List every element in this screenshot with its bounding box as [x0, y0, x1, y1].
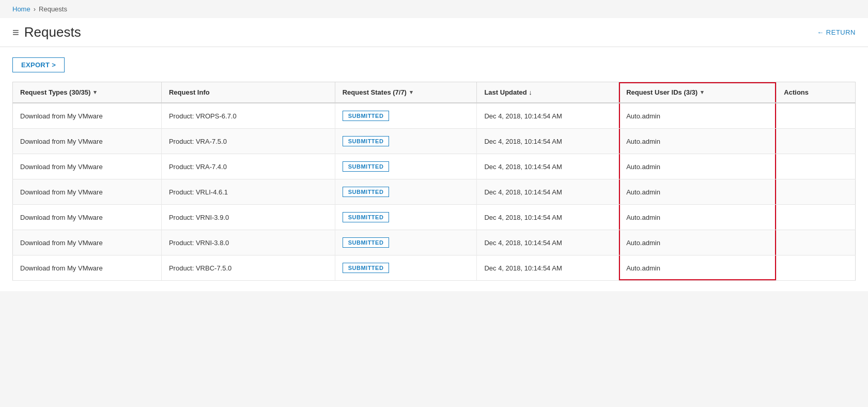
cell-request-state: SUBMITTED [335, 205, 477, 230]
cell-user-id: Auto.admin [619, 205, 777, 230]
col-header-user-ids: Request User IDs (3/3) ▾ [619, 82, 777, 103]
cell-request-state: SUBMITTED [335, 103, 477, 129]
request-types-filter-icon[interactable]: ▾ [94, 89, 97, 96]
cell-request-state: SUBMITTED [335, 255, 477, 281]
cell-request-type: Download from My VMware [13, 205, 162, 230]
table-row: Download from My VMware Product: VROPS-6… [13, 103, 856, 129]
cell-last-updated: Dec 4, 2018, 10:14:54 AM [477, 205, 619, 230]
col-header-request-types: Request Types (30/35) ▾ [13, 82, 162, 103]
cell-request-info: Product: VROPS-6.7.0 [161, 103, 335, 129]
cell-request-state: SUBMITTED [335, 154, 477, 179]
col-header-request-types-label: Request Types (30/35) [20, 88, 90, 96]
breadcrumb-separator: › [34, 5, 36, 13]
col-header-actions: Actions [777, 82, 856, 103]
breadcrumb-home[interactable]: Home [12, 5, 30, 13]
cell-actions [777, 129, 856, 154]
cell-request-info: Product: VRBC-7.5.0 [161, 255, 335, 281]
cell-request-state: SUBMITTED [335, 179, 477, 205]
col-header-request-states-label: Request States (7/7) [343, 88, 407, 96]
cell-request-state: SUBMITTED [335, 230, 477, 255]
status-badge: SUBMITTED [343, 212, 390, 222]
cell-request-type: Download from My VMware [13, 255, 162, 281]
cell-last-updated: Dec 4, 2018, 10:14:54 AM [477, 103, 619, 129]
col-header-last-updated: Last Updated ↓ [477, 82, 619, 103]
status-badge: SUBMITTED [343, 136, 390, 146]
cell-actions [777, 205, 856, 230]
status-badge: SUBMITTED [343, 111, 390, 121]
toolbar: EXPORT > [12, 57, 856, 72]
breadcrumb-current: Requests [39, 5, 67, 13]
cell-user-id: Auto.admin [619, 230, 777, 255]
cell-request-type: Download from My VMware [13, 230, 162, 255]
table-row: Download from My VMware Product: VRLI-4.… [13, 179, 856, 205]
cell-request-type: Download from My VMware [13, 129, 162, 154]
cell-user-id: Auto.admin [619, 154, 777, 179]
cell-request-type: Download from My VMware [13, 179, 162, 205]
cell-request-state: SUBMITTED [335, 129, 477, 154]
col-header-user-ids-label: Request User IDs (3/3) [626, 88, 698, 96]
export-button[interactable]: EXPORT > [12, 57, 65, 72]
header-actions: ← RETURN [817, 28, 856, 36]
breadcrumb: Home › Requests [0, 0, 868, 18]
cell-last-updated: Dec 4, 2018, 10:14:54 AM [477, 154, 619, 179]
table-row: Download from My VMware Product: VRA-7.4… [13, 154, 856, 179]
table-row: Download from My VMware Product: VRNI-3.… [13, 205, 856, 230]
cell-request-info: Product: VRA-7.5.0 [161, 129, 335, 154]
cell-actions [777, 154, 856, 179]
col-header-last-updated-label: Last Updated ↓ [484, 88, 532, 96]
cell-actions [777, 230, 856, 255]
table-row: Download from My VMware Product: VRNI-3.… [13, 230, 856, 255]
cell-actions [777, 255, 856, 281]
cell-user-id: Auto.admin [619, 179, 777, 205]
cell-request-type: Download from My VMware [13, 103, 162, 129]
cell-last-updated: Dec 4, 2018, 10:14:54 AM [477, 230, 619, 255]
cell-actions [777, 179, 856, 205]
page-title-area: ≡ Requests [12, 24, 81, 40]
cell-request-info: Product: VRA-7.4.0 [161, 154, 335, 179]
cell-user-id: Auto.admin [619, 129, 777, 154]
cell-request-info: Product: VRNI-3.9.0 [161, 205, 335, 230]
cell-request-type: Download from My VMware [13, 154, 162, 179]
status-badge: SUBMITTED [343, 161, 390, 172]
return-link[interactable]: ← RETURN [817, 28, 856, 36]
table-row: Download from My VMware Product: VRBC-7.… [13, 255, 856, 281]
request-states-filter-icon[interactable]: ▾ [410, 89, 413, 96]
page-title-icon: ≡ [12, 26, 19, 39]
page-title: Requests [24, 24, 81, 40]
col-header-request-states: Request States (7/7) ▾ [335, 82, 477, 103]
col-header-actions-label: Actions [784, 88, 809, 96]
cell-last-updated: Dec 4, 2018, 10:14:54 AM [477, 179, 619, 205]
cell-actions [777, 103, 856, 129]
content-area: EXPORT > Request Types (30/35) ▾ Request… [0, 47, 868, 291]
cell-request-info: Product: VRLI-4.6.1 [161, 179, 335, 205]
cell-request-info: Product: VRNI-3.8.0 [161, 230, 335, 255]
cell-user-id: Auto.admin [619, 255, 777, 281]
col-header-request-info-label: Request Info [169, 88, 210, 96]
requests-table: Request Types (30/35) ▾ Request Info Req… [12, 82, 856, 281]
header-bar: ≡ Requests ← RETURN [0, 18, 868, 47]
status-badge: SUBMITTED [343, 263, 390, 273]
user-ids-filter-icon[interactable]: ▾ [701, 89, 704, 96]
table-row: Download from My VMware Product: VRA-7.5… [13, 129, 856, 154]
cell-user-id: Auto.admin [619, 103, 777, 129]
col-header-request-info: Request Info [161, 82, 335, 103]
status-badge: SUBMITTED [343, 187, 390, 197]
cell-last-updated: Dec 4, 2018, 10:14:54 AM [477, 255, 619, 281]
status-badge: SUBMITTED [343, 237, 390, 248]
cell-last-updated: Dec 4, 2018, 10:14:54 AM [477, 129, 619, 154]
